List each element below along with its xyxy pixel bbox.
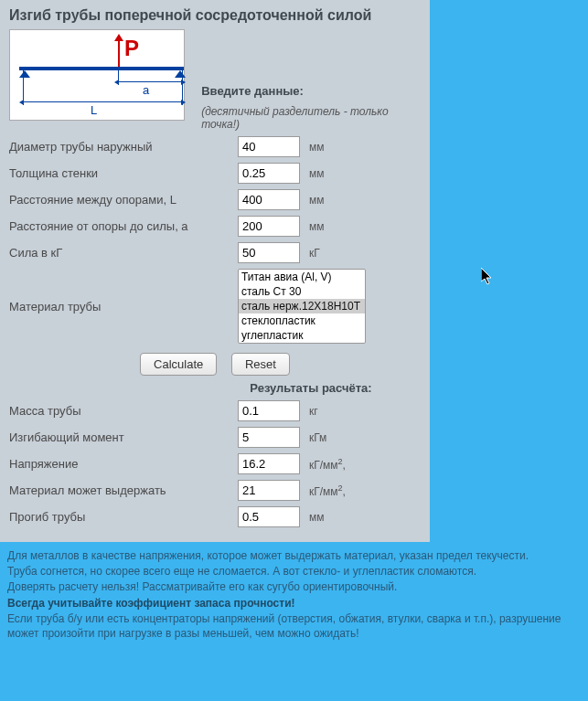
footer-notes: Для металлов в качестве напряжения, кото…	[0, 542, 576, 651]
note-line-5: Если труба б/у или есть концентраторы на…	[7, 611, 569, 641]
row-stress: Напряжение кГ/мм2,	[9, 453, 421, 474]
output-deflection[interactable]	[238, 506, 300, 527]
diagram-p-label: P	[124, 36, 139, 61]
row-moment: Изгибающий момент кГм	[9, 427, 421, 448]
cursor-icon	[481, 268, 496, 291]
calculate-button[interactable]: Calculate	[140, 353, 217, 376]
intro-column: Введите данные: (десятичный разделитель …	[185, 29, 421, 131]
input-diameter[interactable]	[238, 136, 300, 157]
support-right-icon	[175, 70, 186, 78]
row-material: Материал трубы Титан авиа (Al, V)сталь С…	[9, 269, 421, 344]
note-line-3: Доверять расчету нельзя! Рассматривайте …	[7, 579, 569, 594]
intro-note: (десятичный разделитель - только точка!)	[201, 105, 421, 131]
note-line-2: Труба согнется, но скорее всего еще не с…	[7, 564, 569, 579]
row-span: Расстояние между опорами, L мм	[9, 189, 421, 210]
top-row: P a L Введите данные: (десятичный раздел…	[9, 29, 421, 131]
note-line-4: Всегда учитывайте коэффициент запаса про…	[7, 596, 569, 611]
unit-stress: кГ/мм2,	[309, 457, 346, 472]
beam-icon	[19, 67, 184, 70]
input-force[interactable]	[238, 242, 300, 263]
dim-a-icon	[118, 81, 182, 82]
label-thickness: Толщина стенки	[9, 166, 238, 180]
label-material: Материал трубы	[9, 300, 238, 313]
input-thickness[interactable]	[238, 163, 300, 184]
label-diameter: Диаметр трубы наружный	[9, 140, 238, 154]
input-dist-a[interactable]	[238, 216, 300, 237]
label-dist-a: Расстояние от опоры до силы, а	[9, 219, 238, 233]
diagram-a-label: a	[143, 83, 149, 97]
beam-diagram: P a L	[9, 29, 185, 121]
unit-deflection: мм	[309, 511, 325, 524]
label-deflection: Прогиб трубы	[9, 510, 238, 524]
output-capacity[interactable]	[238, 480, 300, 501]
label-span: Расстояние между опорами, L	[9, 193, 238, 207]
row-force: Сила в кГ кГ	[9, 242, 421, 263]
results-heading: Результаты расчёта:	[219, 381, 402, 395]
calculator-panel: Изгиб трубы поперечной сосредоточенной с…	[0, 0, 430, 542]
button-row: Calculate Reset	[9, 353, 421, 376]
unit-thickness: мм	[309, 167, 325, 180]
label-force: Сила в кГ	[9, 246, 238, 260]
unit-force: кГ	[309, 247, 320, 260]
unit-moment: кГм	[309, 431, 326, 444]
label-capacity: Материал может выдержать	[9, 483, 238, 497]
label-mass: Масса трубы	[9, 404, 238, 418]
row-diameter: Диаметр трубы наружный мм	[9, 136, 421, 157]
input-span[interactable]	[238, 189, 300, 210]
label-stress: Напряжение	[9, 457, 238, 471]
row-thickness: Толщина стенки мм	[9, 163, 421, 184]
force-arrow-icon	[118, 39, 120, 67]
unit-mass: кг	[309, 405, 318, 418]
row-capacity: Материал может выдержать кГ/мм2,	[9, 480, 421, 501]
diagram-l-label: L	[91, 103, 97, 117]
select-material[interactable]: Титан авиа (Al, V)сталь Ст 30сталь нерж.…	[238, 269, 366, 344]
unit-diameter: мм	[309, 141, 325, 154]
intro-heading: Введите данные:	[201, 84, 421, 98]
note-line-1: Для металлов в качестве напряжения, кото…	[7, 548, 569, 563]
row-dist-a: Расстояние от опоры до силы, а мм	[9, 216, 421, 237]
dim-l-icon	[23, 101, 182, 102]
unit-capacity: кГ/мм2,	[309, 483, 346, 498]
output-moment[interactable]	[238, 427, 300, 448]
output-stress[interactable]	[238, 453, 300, 474]
page-title: Изгиб трубы поперечной сосредоточенной с…	[9, 7, 421, 24]
row-deflection: Прогиб трубы мм	[9, 506, 421, 527]
reset-button[interactable]: Reset	[231, 353, 290, 376]
unit-span: мм	[309, 194, 325, 207]
unit-dist-a: мм	[309, 220, 325, 233]
label-moment: Изгибающий момент	[9, 430, 238, 444]
output-mass[interactable]	[238, 400, 300, 421]
support-left-icon	[19, 70, 30, 78]
row-mass: Масса трубы кг	[9, 400, 421, 421]
